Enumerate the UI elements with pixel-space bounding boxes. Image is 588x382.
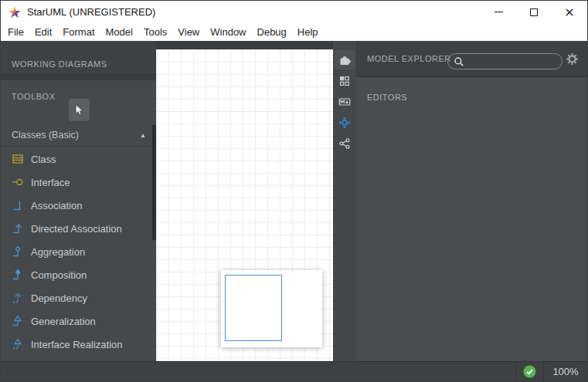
- toolbox-list: Class Interface Association: [1, 147, 156, 356]
- relations-share-icon: [338, 137, 351, 150]
- tool-label: Association: [31, 200, 82, 211]
- menu-file[interactable]: File: [2, 25, 29, 39]
- focus-crosshair-icon: [338, 117, 351, 129]
- class-icon: [12, 153, 24, 165]
- toolbox-item-interface-realization[interactable]: Interface Realization: [1, 333, 156, 356]
- check-circle-icon: [523, 365, 536, 378]
- working-diagrams-button[interactable]: [335, 71, 355, 90]
- model-explorer-search-input[interactable]: [468, 55, 562, 68]
- association-icon: [12, 199, 24, 211]
- focus-element-button[interactable]: [335, 113, 355, 132]
- extensions-button[interactable]: [335, 50, 355, 69]
- composition-icon: [12, 269, 24, 281]
- tool-label: Generalization: [31, 316, 96, 327]
- collapse-arrow-icon: ▲: [140, 132, 146, 139]
- toolbox-section-label: Classes (Basic): [12, 130, 79, 140]
- menubar: File Edit Format Model Tools View Window…: [1, 23, 587, 41]
- directed-association-icon: [12, 222, 24, 235]
- tool-label: Composition: [31, 269, 87, 281]
- interface-icon: [12, 176, 24, 188]
- close-button[interactable]: ×: [552, 1, 587, 23]
- toolbox-item-dependency[interactable]: Dependency: [1, 286, 156, 309]
- menu-model[interactable]: Model: [100, 25, 138, 39]
- extensions-puzzle-icon: [338, 54, 351, 66]
- interface-realization-icon: [12, 338, 24, 350]
- diagram-preview-card: [221, 270, 322, 347]
- toolbox-item-generalization[interactable]: Generalization: [1, 309, 156, 333]
- toolbox-item-association[interactable]: Association: [1, 194, 156, 217]
- relations-button[interactable]: [335, 134, 355, 153]
- toolbox-item-interface[interactable]: Interface: [1, 171, 156, 194]
- left-sidebar: WORKING DIAGRAMS TOOLBOX Classes (Basic)…: [1, 41, 156, 361]
- working-diagrams-label: WORKING DIAGRAMS: [12, 59, 107, 69]
- menu-window[interactable]: Window: [205, 25, 251, 39]
- toolbox-item-directed-association[interactable]: Directed Association: [1, 217, 156, 240]
- search-icon: [454, 56, 464, 67]
- statusbar: 100%: [1, 361, 587, 381]
- validation-status-button[interactable]: [515, 362, 543, 381]
- toolbox-label: TOOLBOX: [12, 92, 55, 101]
- window-controls: ×: [481, 1, 587, 23]
- aggregation-icon: [12, 245, 24, 258]
- maximize-button[interactable]: [516, 1, 552, 23]
- menu-edit[interactable]: Edit: [29, 25, 57, 39]
- generalization-icon: [12, 315, 24, 327]
- working-diagrams-header[interactable]: WORKING DIAGRAMS: [1, 41, 156, 75]
- middle-toolbar: [333, 41, 356, 361]
- select-tool-button[interactable]: [69, 99, 90, 121]
- minimize-icon: [495, 12, 503, 12]
- tool-label: Directed Association: [31, 223, 122, 235]
- window-title: StarUML (UNREGISTERED): [27, 6, 155, 18]
- working-diagrams-grid-icon: [338, 75, 351, 87]
- menu-view[interactable]: View: [172, 25, 205, 39]
- model-explorer-label: MODEL EXPLORER: [367, 54, 451, 63]
- menu-format[interactable]: Format: [57, 25, 100, 39]
- tool-label: Interface: [31, 177, 70, 188]
- tool-label: Dependency: [31, 292, 87, 304]
- diagram-shape-rectangle[interactable]: [225, 275, 282, 341]
- cursor-arrow-icon: [74, 104, 84, 116]
- menu-debug[interactable]: Debug: [252, 25, 292, 39]
- staruml-window: StarUML (UNREGISTERED) × File Edit Forma…: [0, 0, 588, 382]
- minimize-button[interactable]: [481, 1, 516, 23]
- tool-label: Class: [31, 154, 56, 165]
- model-explorer-settings-button[interactable]: [565, 52, 579, 66]
- model-explorer-header: MODEL EXPLORER: [356, 41, 587, 77]
- tool-label: Aggregation: [31, 246, 85, 258]
- gear-icon: [566, 52, 579, 66]
- titlebar: StarUML (UNREGISTERED) ×: [1, 1, 587, 23]
- editors-panel: EDITORS: [356, 77, 587, 103]
- menu-tools[interactable]: Tools: [138, 25, 172, 39]
- diagram-canvas[interactable]: [156, 49, 333, 361]
- toolbox-section-classes-basic[interactable]: Classes (Basic) ▲: [1, 124, 156, 147]
- dependency-icon: [12, 292, 24, 304]
- tool-label: Interface Realization: [31, 339, 123, 350]
- zoom-level-indicator[interactable]: 100%: [543, 362, 587, 381]
- main-area: WORKING DIAGRAMS TOOLBOX Classes (Basic)…: [1, 41, 587, 361]
- markdown-icon: [338, 96, 351, 108]
- panel-divider: [1, 75, 156, 80]
- toolbox-item-aggregation[interactable]: Aggregation: [1, 240, 156, 263]
- maximize-icon: [530, 8, 538, 16]
- model-explorer-search[interactable]: [447, 53, 563, 69]
- markdown-editor-button[interactable]: [335, 92, 355, 111]
- toolbox-item-class[interactable]: Class: [1, 147, 156, 171]
- menu-help[interactable]: Help: [292, 25, 324, 39]
- right-panel: MODEL EXPLORER: [356, 41, 587, 361]
- toolbox-item-composition[interactable]: Composition: [1, 263, 156, 286]
- editors-label: EDITORS: [367, 93, 407, 102]
- close-icon: ×: [564, 6, 574, 19]
- staruml-logo-icon: [8, 6, 21, 19]
